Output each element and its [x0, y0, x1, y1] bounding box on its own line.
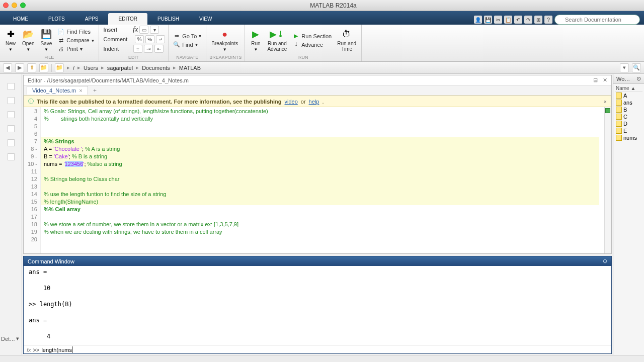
goto-button[interactable]: ➡Go To ▾	[172, 32, 203, 40]
text-cursor	[72, 346, 72, 353]
breakpoint-icon: ●	[219, 29, 230, 40]
workspace-var[interactable]: E	[615, 127, 642, 134]
workspace-var[interactable]: nums	[615, 134, 642, 141]
ribbon-group-file-label: FILE	[3, 55, 96, 60]
nav-back-button[interactable]: ◀	[3, 63, 12, 72]
code-text[interactable]: % Goals: Strings, Cell array (of strings…	[41, 107, 604, 253]
ribbon: ✚New▼ 📂Open▼ 💾Save▼ 📄Find Files ⇄Compare…	[0, 25, 644, 62]
indent-left-icon[interactable]: ⇤	[154, 45, 164, 53]
comment-wrap-icon[interactable]: ⤶	[156, 35, 165, 43]
save-button[interactable]: 💾Save▼	[38, 28, 54, 53]
tab-apps[interactable]: APPS	[75, 13, 109, 25]
collapsed-panel-5[interactable]	[8, 139, 15, 146]
copy-icon[interactable]: 📋	[504, 16, 512, 24]
command-input-text: length(nums	[41, 347, 72, 353]
find-files-button[interactable]: 📄Find Files	[56, 28, 95, 36]
editor-minimize-icon[interactable]: ⊟	[593, 77, 598, 83]
advance-button[interactable]: ⤓Advance	[291, 41, 333, 49]
path-users[interactable]: Users	[84, 65, 98, 71]
file-tab-label: Video_4_Notes.m	[32, 87, 76, 94]
indent-right-icon[interactable]: ⇥	[144, 45, 153, 53]
comment-button[interactable]: Comment	[102, 35, 129, 43]
tab-view[interactable]: VIEW	[189, 13, 222, 25]
path-documents[interactable]: Documents	[142, 65, 170, 71]
run-section-button[interactable]: ▶Run Section	[291, 32, 333, 40]
undo-icon[interactable]: ↶	[514, 16, 522, 24]
collapsed-panel-3[interactable]	[8, 111, 15, 118]
workspace-column-name[interactable]: Name ▲	[615, 85, 642, 92]
breakpoints-button[interactable]: ●Breakpoints▼	[209, 28, 240, 53]
user-icon[interactable]: 👤	[474, 16, 482, 24]
command-output: ans = 10 >> length(B) ans = 4	[24, 266, 611, 345]
layout-icon[interactable]: ⊞	[534, 16, 542, 24]
collapsed-panel-4[interactable]	[8, 125, 15, 132]
collapsed-panel-2[interactable]	[8, 97, 15, 104]
tab-editor[interactable]: EDITOR	[108, 13, 147, 25]
editor-pane: Editor - /Users/sagarpatel/Documents/MAT…	[23, 75, 612, 254]
publish-help-link[interactable]: help	[309, 99, 319, 105]
run-button[interactable]: ▶Run▼	[248, 28, 263, 53]
path-dropdown-button[interactable]: ▾	[620, 63, 629, 72]
run-and-time-button[interactable]: ⏱Run and Time	[335, 28, 358, 53]
fx-prompt-icon: fx	[27, 347, 31, 353]
cut-icon[interactable]: ✂	[494, 16, 502, 24]
path-user[interactable]: sagarpatel	[107, 65, 133, 71]
details-collapsed-label[interactable]: Det…▾	[1, 335, 19, 342]
add-file-tab-button[interactable]: ＋	[90, 86, 100, 94]
help-icon[interactable]: ?	[544, 16, 552, 24]
var-name: nums	[623, 135, 637, 141]
command-input-row[interactable]: fx >> length(nums	[24, 345, 611, 353]
tab-publish[interactable]: PUBLISH	[147, 13, 189, 25]
var-name: D	[623, 121, 627, 127]
path-matlab[interactable]: MATLAB	[179, 65, 201, 71]
file-tab-close-icon[interactable]: ×	[79, 87, 82, 94]
editor-close-icon[interactable]: ✕	[603, 77, 607, 83]
indent-auto-icon[interactable]: ≡	[133, 45, 142, 53]
workspace-menu-icon[interactable]: ⊙	[636, 75, 641, 82]
insert-section-icon[interactable]: ▭	[139, 26, 148, 34]
workspace-var[interactable]: B	[615, 106, 642, 113]
comment-remove-icon[interactable]: %̶	[145, 35, 154, 43]
path-root[interactable]: /	[73, 65, 74, 71]
minimize-window-icon[interactable]	[12, 3, 17, 8]
new-button[interactable]: ✚New▼	[3, 28, 18, 53]
find-button[interactable]: 🔍Find ▾	[172, 41, 203, 49]
compare-icon: ⇄	[57, 37, 64, 44]
path-search-icon[interactable]: 🔍	[632, 63, 641, 72]
editor-title: Editor - /Users/sagarpatel/Documents/MAT…	[28, 77, 189, 83]
nav-browse-button[interactable]: 📁	[39, 63, 48, 72]
fx-icon[interactable]: fx	[133, 26, 138, 34]
folder-icon[interactable]: 📁	[55, 63, 64, 72]
collapsed-panel-1[interactable]	[8, 83, 15, 90]
workspace-var[interactable]: ans	[615, 99, 642, 106]
workspace-var[interactable]: A	[615, 92, 642, 99]
print-button[interactable]: 🖨Print ▾	[56, 45, 95, 53]
workspace-var[interactable]: D	[615, 120, 642, 127]
publish-video-link[interactable]: video	[285, 99, 298, 105]
command-window-menu-icon[interactable]: ⊙	[603, 258, 607, 264]
nav-up-button[interactable]: ⇧	[27, 63, 36, 72]
indent-button[interactable]: Indent	[102, 45, 121, 53]
redo-icon[interactable]: ↷	[524, 16, 532, 24]
save-icon[interactable]: 💾	[484, 16, 492, 24]
publish-notice-close-icon[interactable]: ×	[604, 99, 607, 105]
open-button[interactable]: 📂Open▼	[20, 28, 36, 53]
run-section-icon: ▶	[292, 33, 299, 40]
tab-plots[interactable]: PLOTS	[38, 13, 75, 25]
run-advance-icon: ▶⤓	[272, 29, 283, 40]
run-and-advance-button[interactable]: ▶⤓Run and Advance	[265, 28, 289, 53]
workspace-var[interactable]: C	[615, 113, 642, 120]
nav-fwd-button[interactable]: ▶	[15, 63, 24, 72]
compare-button[interactable]: ⇄Compare ▾	[56, 36, 95, 44]
tab-home[interactable]: HOME	[3, 13, 38, 25]
code-area[interactable]: 345678 -9 -10 -11121314151617181920 % Go…	[24, 107, 611, 253]
file-tab-active[interactable]: Video_4_Notes.m ×	[27, 86, 88, 95]
zoom-window-icon[interactable]	[20, 3, 26, 8]
collapsed-panel-6[interactable]	[8, 153, 15, 160]
search-doc-input[interactable]	[554, 15, 640, 25]
insert-button[interactable]: Insert	[102, 26, 119, 34]
close-window-icon[interactable]	[3, 3, 9, 8]
advance-icon: ⤓	[292, 41, 299, 48]
insert-dropdown-icon[interactable]: ▾	[150, 26, 159, 34]
comment-add-icon[interactable]: %	[135, 35, 144, 43]
